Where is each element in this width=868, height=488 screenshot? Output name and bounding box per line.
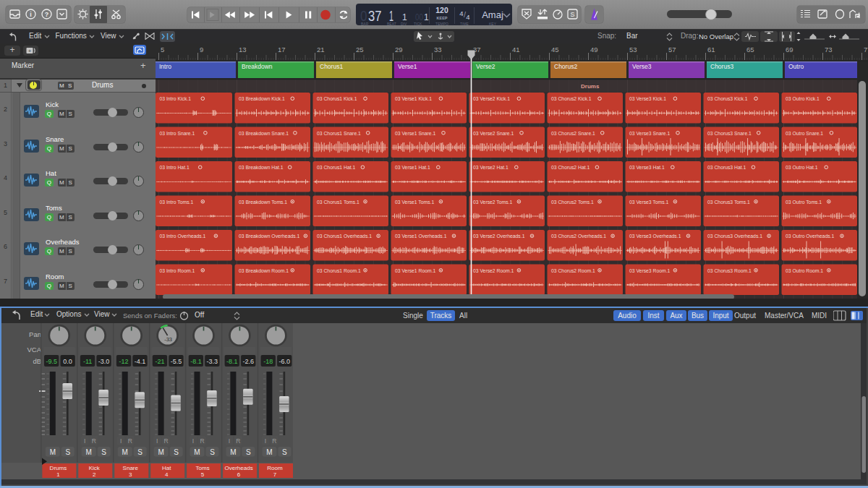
svg-text:13: 13 <box>239 46 247 53</box>
svg-text:03 Breakdown Overheads.1: 03 Breakdown Overheads.1 <box>239 234 299 239</box>
svg-text:-9.5: -9.5 <box>46 358 57 365</box>
svg-text:Room: Room <box>267 465 283 471</box>
svg-text:M: M <box>86 448 92 456</box>
svg-text:57: 57 <box>668 46 676 53</box>
svg-text:I: I <box>229 437 230 445</box>
svg-text:S: S <box>246 448 251 456</box>
svg-text:61: 61 <box>707 46 715 53</box>
svg-text:Verse3: Verse3 <box>632 63 652 70</box>
svg-text:5: 5 <box>161 46 164 53</box>
svg-text:1: 1 <box>424 12 429 22</box>
svg-text:+: + <box>28 48 32 54</box>
svg-text:-5.5: -5.5 <box>171 358 182 365</box>
svg-text:M: M <box>122 448 128 456</box>
svg-text:53: 53 <box>629 46 637 53</box>
svg-text:03 Verse3 Kick.1: 03 Verse3 Kick.1 <box>629 96 666 101</box>
svg-text:Kick: Kick <box>89 465 101 471</box>
svg-text:03 Chorus1 Room.1: 03 Chorus1 Room.1 <box>317 268 361 273</box>
svg-text:R: R <box>200 437 204 445</box>
svg-text:03 Chorus1 Kick.1: 03 Chorus1 Kick.1 <box>317 96 357 101</box>
svg-text:69: 69 <box>786 46 793 53</box>
svg-text:-3.3: -3.3 <box>207 358 218 365</box>
svg-text:Drums: Drums <box>581 83 600 90</box>
svg-text:Verse1: Verse1 <box>398 63 417 70</box>
svg-text:03 Breakdown Toms.1: 03 Breakdown Toms.1 <box>239 200 287 205</box>
svg-text:M: M <box>266 448 272 456</box>
svg-text:6: 6 <box>237 471 241 478</box>
svg-text:9: 9 <box>200 46 203 53</box>
svg-text:M: M <box>194 448 200 456</box>
svg-text:03 Outro Snare.1: 03 Outro Snare.1 <box>786 131 823 136</box>
svg-text:-12: -12 <box>119 358 129 365</box>
svg-text:2: 2 <box>93 471 96 478</box>
svg-text:03 Chorus2 Snare.1: 03 Chorus2 Snare.1 <box>551 131 595 136</box>
svg-text:03 Chorus3 Hat.1: 03 Chorus3 Hat.1 <box>707 165 746 170</box>
svg-text:KEEP: KEEP <box>437 16 448 20</box>
svg-text:-4.1: -4.1 <box>135 358 146 365</box>
svg-text:R: R <box>92 437 96 445</box>
svg-text:77: 77 <box>864 46 868 53</box>
svg-text:03 Verse2 Hat.1: 03 Verse2 Hat.1 <box>473 165 509 170</box>
svg-text:i: i <box>30 11 32 18</box>
svg-text:03 Verse3 Overheads.1: 03 Verse3 Overheads.1 <box>629 234 681 239</box>
svg-text:03 Verse2 Kick.1: 03 Verse2 Kick.1 <box>473 96 510 101</box>
svg-text:41: 41 <box>512 46 520 53</box>
svg-text:BEAT: BEAT <box>387 22 396 26</box>
svg-text:03 Verse1 Toms.1: 03 Verse1 Toms.1 <box>395 200 435 205</box>
svg-text:Snare: Snare <box>123 465 139 471</box>
svg-text:03 Verse1 Kick.1: 03 Verse1 Kick.1 <box>395 96 432 101</box>
svg-text:03 Intro Overheads.1: 03 Intro Overheads.1 <box>160 234 206 239</box>
svg-text:03 Intro Kick.1: 03 Intro Kick.1 <box>160 96 192 101</box>
svg-text:Verse2: Verse2 <box>476 63 495 70</box>
svg-text:03 Chorus1 Hat.1: 03 Chorus1 Hat.1 <box>317 165 355 170</box>
svg-text:R: R <box>236 437 240 445</box>
svg-text:03 Breakdown Hat.1: 03 Breakdown Hat.1 <box>239 165 284 170</box>
svg-text:I: I <box>192 437 194 445</box>
svg-text:03 Verse1 Room.1: 03 Verse1 Room.1 <box>395 268 436 273</box>
svg-text:03 Breakdown Room.1: 03 Breakdown Room.1 <box>239 268 289 273</box>
svg-text:-21: -21 <box>155 358 164 365</box>
svg-text:03 Chorus1 Snare.1: 03 Chorus1 Snare.1 <box>317 131 361 136</box>
svg-text:-8.1: -8.1 <box>190 358 202 365</box>
svg-text:03 Verse2 Overheads.1: 03 Verse2 Overheads.1 <box>473 234 525 239</box>
svg-text:Chorus1: Chorus1 <box>320 63 343 70</box>
svg-text:4: 4 <box>459 9 463 17</box>
svg-text:25: 25 <box>356 46 364 53</box>
svg-text:03 Chorus2 Toms.1: 03 Chorus2 Toms.1 <box>551 200 594 205</box>
svg-text:21: 21 <box>317 46 325 53</box>
svg-text:45: 45 <box>551 46 559 53</box>
svg-text:0.0: 0.0 <box>63 358 72 365</box>
svg-text:dB: dB <box>33 357 41 365</box>
svg-text:Pan: Pan <box>29 330 41 338</box>
svg-text:29: 29 <box>395 46 403 53</box>
svg-text:03 Outro Overheads.1: 03 Outro Overheads.1 <box>786 234 834 239</box>
svg-text:03 Verse1 Snare.1: 03 Verse1 Snare.1 <box>395 131 436 136</box>
svg-text:03 Verse3 Snare.1: 03 Verse3 Snare.1 <box>629 131 671 136</box>
svg-text:S: S <box>65 448 70 456</box>
svg-text:-33: -33 <box>164 336 172 343</box>
svg-text:37: 37 <box>368 8 382 24</box>
svg-text:03 Outro Room.1: 03 Outro Room.1 <box>786 268 823 273</box>
svg-text:I: I <box>84 437 85 445</box>
svg-text:03 Chorus2 Room.1: 03 Chorus2 Room.1 <box>551 268 595 273</box>
svg-text:S: S <box>210 448 215 456</box>
svg-text:03 Chorus2 Overheads.1: 03 Chorus2 Overheads.1 <box>551 234 606 239</box>
svg-text:03 Chorus3 Toms.1: 03 Chorus3 Toms.1 <box>707 200 750 205</box>
svg-text:03 Outro Kick.1: 03 Outro Kick.1 <box>786 96 820 101</box>
svg-text:120: 120 <box>435 6 448 14</box>
svg-text:03 Chorus3 Kick.1: 03 Chorus3 Kick.1 <box>707 96 748 101</box>
svg-text:S: S <box>282 448 287 456</box>
svg-text:03 Chorus3 Room.1: 03 Chorus3 Room.1 <box>707 268 752 273</box>
svg-text:Drums: Drums <box>50 465 67 471</box>
svg-text:R: R <box>272 437 276 445</box>
svg-text:Toms: Toms <box>196 465 210 471</box>
svg-text:03 Verse2 Snare.1: 03 Verse2 Snare.1 <box>473 131 514 136</box>
svg-text:Chorus3: Chorus3 <box>710 63 733 70</box>
svg-text:TIME: TIME <box>460 22 469 26</box>
svg-text:03 Intro Snare.1: 03 Intro Snare.1 <box>160 131 195 136</box>
svg-text:I: I <box>120 437 122 445</box>
svg-text:03 Intro Room.1: 03 Intro Room.1 <box>160 268 195 273</box>
svg-text:DIV: DIV <box>401 22 407 26</box>
svg-text:Intro: Intro <box>159 63 171 70</box>
svg-text:5: 5 <box>201 471 205 478</box>
